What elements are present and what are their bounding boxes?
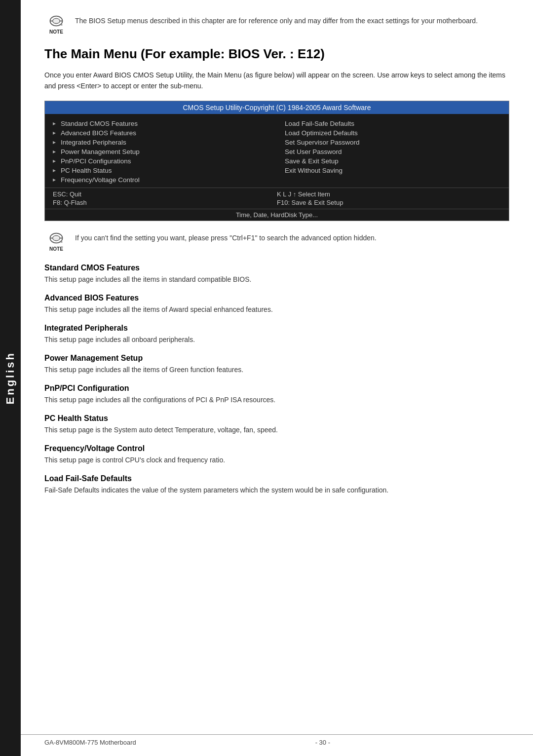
bios-left-item: ▸PnP/PCI Configurations bbox=[53, 156, 269, 166]
bios-right-item: Load Fail-Safe Defaults bbox=[285, 119, 501, 128]
page-footer: GA-8VM800M-775 Motherboard - 30 - bbox=[21, 734, 533, 746]
bios-right-item: Set User Password bbox=[285, 147, 501, 156]
section-title: PC Health Status bbox=[44, 414, 509, 423]
bios-left-item: ▸Integrated Peripherals bbox=[53, 138, 269, 147]
bios-item-label: Integrated Peripherals bbox=[61, 139, 126, 146]
bullet-icon: ▸ bbox=[53, 129, 56, 136]
sidebar-tab: English bbox=[0, 0, 21, 756]
bottom-note-label: NOTE bbox=[49, 246, 63, 252]
bios-footer-left-item: F8: Q-Flash bbox=[53, 198, 277, 207]
bios-status-bar: Time, Date, HardDisk Type... bbox=[45, 209, 509, 221]
bios-left-item: ▸Frequency/Voltage Control bbox=[53, 175, 269, 185]
section-desc: This setup page includes all the configu… bbox=[44, 395, 509, 405]
bios-item-label: PnP/PCI Configurations bbox=[61, 157, 131, 165]
main-content: NOTE The BIOS Setup menus described in t… bbox=[21, 0, 533, 517]
section-desc: This setup page includes all the items o… bbox=[44, 304, 509, 315]
bios-item-label: Save & Exit Setup bbox=[285, 157, 339, 165]
sections-container: Standard CMOS FeaturesThis setup page in… bbox=[44, 264, 509, 495]
bios-left-item: ▸Advanced BIOS Features bbox=[53, 128, 269, 138]
top-note-box: NOTE The BIOS Setup menus described in t… bbox=[44, 15, 509, 35]
bottom-note-box: NOTE If you can't find the setting you w… bbox=[44, 232, 509, 252]
bullet-icon: ▸ bbox=[53, 176, 56, 183]
section-desc: This setup page includes all the items i… bbox=[44, 274, 509, 285]
bios-menu-footer: ESC: QuitF8: Q-Flash K L J ↑ Select Item… bbox=[45, 188, 509, 209]
bios-item-label: Set User Password bbox=[285, 148, 342, 155]
bullet-icon: ▸ bbox=[53, 167, 56, 174]
section-desc: This setup page is the System auto detec… bbox=[44, 425, 509, 435]
section-title: Advanced BIOS Features bbox=[44, 294, 509, 302]
bios-footer-right-item: F10: Save & Exit Setup bbox=[277, 198, 501, 207]
section-title: Frequency/Voltage Control bbox=[44, 444, 509, 453]
bios-menu-right: Load Fail-Safe DefaultsLoad Optimized De… bbox=[277, 119, 509, 185]
section-title: Power Management Setup bbox=[44, 354, 509, 363]
bios-item-label: Set Supervisor Password bbox=[285, 139, 360, 146]
bios-left-item: ▸PC Health Status bbox=[53, 166, 269, 175]
page-title: The Main Menu (For example: BIOS Ver. : … bbox=[44, 46, 509, 62]
bullet-icon: ▸ bbox=[53, 120, 56, 127]
bios-item-label: Power Management Setup bbox=[61, 148, 140, 155]
bios-left-item: ▸Standard CMOS Features bbox=[53, 119, 269, 128]
bios-item-label: PC Health Status bbox=[61, 167, 112, 174]
bios-item-label: Load Fail-Safe Defaults bbox=[285, 120, 354, 127]
bios-menu-body: ▸Standard CMOS Features▸Advanced BIOS Fe… bbox=[45, 114, 509, 188]
section-title: PnP/PCI Configuration bbox=[44, 384, 509, 393]
bios-left-item: ▸Power Management Setup bbox=[53, 147, 269, 156]
section-desc: This setup page includes all onboard per… bbox=[44, 335, 509, 345]
footer-center: - 30 - bbox=[315, 739, 330, 746]
footer-left: GA-8VM800M-775 Motherboard bbox=[44, 739, 136, 746]
bios-menu-left: ▸Standard CMOS Features▸Advanced BIOS Fe… bbox=[45, 119, 277, 185]
section-desc: Fail-Safe Defaults indicates the value o… bbox=[44, 485, 509, 495]
section-desc: This setup page is control CPU's clock a… bbox=[44, 455, 509, 465]
bios-right-item: Load Optimized Defaults bbox=[285, 128, 501, 138]
bullet-icon: ▸ bbox=[53, 139, 56, 146]
bios-item-label: Standard CMOS Features bbox=[61, 120, 138, 127]
bios-right-item: Exit Without Saving bbox=[285, 166, 501, 175]
bios-item-label: Frequency/Voltage Control bbox=[61, 176, 140, 184]
bios-right-item: Save & Exit Setup bbox=[285, 156, 501, 166]
bios-footer-left-item: ESC: Quit bbox=[53, 190, 277, 198]
section-desc: This setup page includes all the items o… bbox=[44, 365, 509, 375]
bottom-note-text: If you can't find the setting you want, … bbox=[75, 232, 377, 243]
bios-footer-left: ESC: QuitF8: Q-Flash bbox=[53, 190, 277, 207]
bios-item-label: Advanced BIOS Features bbox=[61, 129, 136, 137]
bios-footer-right-item: K L J ↑ Select Item bbox=[277, 190, 501, 198]
bios-item-label: Load Optimized Defaults bbox=[285, 129, 358, 137]
top-note-label: NOTE bbox=[49, 29, 63, 35]
section-title: Load Fail-Safe Defaults bbox=[44, 474, 509, 483]
bios-item-label: Exit Without Saving bbox=[285, 167, 343, 174]
top-note-icon: NOTE bbox=[44, 15, 68, 35]
bios-menu-header: CMOS Setup Utility-Copyright (C) 1984-20… bbox=[45, 101, 509, 114]
section-title: Integrated Peripherals bbox=[44, 324, 509, 333]
section-title: Standard CMOS Features bbox=[44, 264, 509, 272]
sidebar-label: English bbox=[4, 351, 17, 404]
bios-footer-right: K L J ↑ Select ItemF10: Save & Exit Setu… bbox=[277, 190, 501, 207]
top-note-text: The BIOS Setup menus described in this c… bbox=[75, 15, 478, 26]
bios-right-item: Set Supervisor Password bbox=[285, 138, 501, 147]
bottom-note-icon: NOTE bbox=[44, 232, 68, 252]
bullet-icon: ▸ bbox=[53, 148, 56, 155]
bios-menu: CMOS Setup Utility-Copyright (C) 1984-20… bbox=[44, 101, 509, 221]
bullet-icon: ▸ bbox=[53, 157, 56, 164]
intro-text: Once you enter Award BIOS CMOS Setup Uti… bbox=[44, 70, 509, 92]
